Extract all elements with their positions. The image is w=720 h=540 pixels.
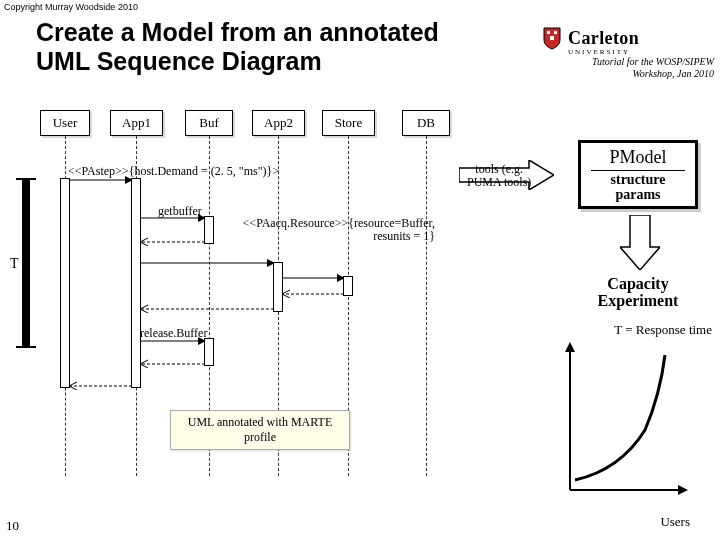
response-chart [550, 340, 690, 510]
activation [204, 338, 214, 366]
capacity-experiment: Capacity Experiment [578, 276, 698, 310]
t-bar [22, 178, 30, 348]
shield-icon [542, 26, 562, 50]
page-title: Create a Model from an annotated UML Seq… [36, 18, 439, 76]
copyright: Copyright Murray Woodside 2010 [4, 2, 138, 12]
users-label: Users [660, 514, 690, 530]
participant-buf: Buf [185, 110, 233, 136]
pmodel-title: PModel [591, 147, 685, 168]
participant-app1: App1 [110, 110, 163, 136]
participant-app2: App2 [252, 110, 305, 136]
t-response-label: T = Response time [614, 322, 712, 338]
tutorial-note: Tutorial for the WOSP/SIPEW Workshop, Ja… [592, 56, 714, 79]
sequence-diagram: T User App1 Buf App2 Store DB <<PAstep>>… [40, 110, 460, 490]
activation [273, 262, 283, 312]
title-line1: Create a Model from an annotated [36, 18, 439, 46]
tutorial-line1: Tutorial for the WOSP/SIPEW [592, 56, 714, 67]
msg-paacq: <<PAacq.Resource>>{resource=Buffer, resu… [205, 217, 435, 243]
activation [131, 178, 141, 388]
slide-number: 10 [6, 518, 19, 534]
activation [343, 276, 353, 296]
tools-line2: PUMA tools) [467, 175, 531, 189]
capacity-line1: Capacity [607, 275, 668, 292]
pmodel-box: PModel structure params [578, 140, 698, 209]
tutorial-line2: Workshop, Jan 2010 [632, 68, 714, 79]
pmodel-structure: structure [591, 173, 685, 188]
tools-line1: tools (e.g. [475, 162, 523, 176]
t-label: T [10, 256, 19, 272]
tools-label: tools (e.g. PUMA tools) [467, 163, 531, 189]
logo-text: Carleton [568, 28, 639, 49]
participant-store: Store [322, 110, 375, 136]
logo-sub: UNIVERSITY [568, 48, 712, 56]
capacity-line2: Experiment [598, 292, 679, 309]
participant-db: DB [402, 110, 450, 136]
activation [60, 178, 70, 388]
pmodel-params: params [591, 188, 685, 203]
msg-getbuffer: getbuffer [158, 204, 202, 219]
msg-pastep: <<PAstep>>{host.Demand = (2. 5, "ms")}> [68, 164, 279, 179]
participant-user: User [40, 110, 90, 136]
title-line2: UML Sequence Diagram [36, 47, 322, 75]
msg-release: release.Buffer [140, 326, 207, 341]
marte-note: UML annotated with MARTE profile [170, 410, 350, 450]
arrow-down-icon [620, 215, 660, 270]
carleton-logo: Carleton UNIVERSITY [542, 26, 712, 56]
